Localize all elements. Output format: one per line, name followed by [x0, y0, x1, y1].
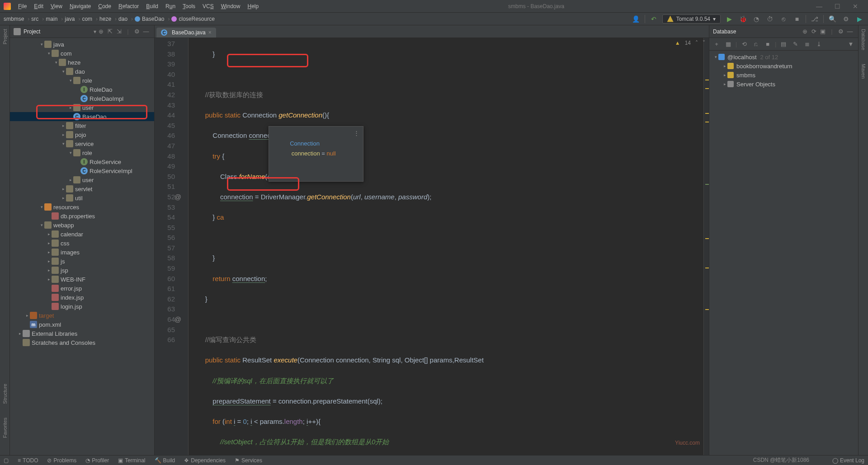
tab-basedao[interactable]: C BaseDao.java × — [156, 28, 216, 38]
stop-button[interactable]: ■ — [792, 14, 802, 24]
bc-com[interactable]: com — [82, 16, 92, 22]
dependencies-button[interactable]: ❖ Dependencies — [184, 457, 226, 464]
run-button[interactable]: ▶ — [724, 14, 734, 24]
right-database-label[interactable]: Database — [861, 29, 866, 50]
tree-webinf[interactable]: ▸WEB-INF — [10, 275, 154, 284]
left-project-label[interactable]: Project — [2, 29, 8, 44]
coverage-button[interactable]: ◔ — [751, 14, 761, 24]
tree-suser[interactable]: ▸user — [10, 175, 154, 184]
editor-body[interactable]: 37383940414243444546474849505152@5354555… — [155, 38, 709, 455]
bc-main[interactable]: main — [46, 16, 57, 22]
tree-calendar[interactable]: ▸calendar — [10, 230, 154, 239]
todo-button[interactable]: ≡ TODO — [18, 457, 38, 464]
db-settings-icon[interactable]: ⚙ — [836, 28, 845, 35]
bc-project[interactable]: smbmse — [4, 16, 24, 22]
db-stop-icon[interactable]: ■ — [763, 40, 772, 49]
tree-errorjsp[interactable]: error.jsp — [10, 284, 154, 293]
db-export-icon[interactable]: ⤓ — [814, 40, 823, 49]
project-tree[interactable]: ▾java ▾com ▾heze ▾dao ▾role IRoleDao CRo… — [10, 38, 154, 455]
db-new-icon[interactable]: ⊕ — [800, 28, 809, 35]
code-area[interactable]: } //获取数据库的连接 public static Connection ge… — [189, 38, 703, 455]
tree-dao[interactable]: ▾dao — [10, 67, 154, 76]
tree-target[interactable]: ▸target — [10, 311, 154, 320]
db-schema-2[interactable]: ▸smbms — [709, 70, 858, 80]
tree-pojo[interactable]: ▸pojo — [10, 130, 154, 139]
bc-java[interactable]: java — [65, 16, 75, 22]
db-tx-icon[interactable]: ⎌ — [751, 40, 760, 49]
build-button[interactable]: 🔨 Build — [155, 457, 175, 464]
tree-scratch[interactable]: Scratches and Consoles — [10, 338, 154, 347]
bc-dao[interactable]: dao — [118, 16, 127, 22]
profiler-button[interactable]: ◔ Profiler — [85, 457, 109, 464]
tree-service[interactable]: ▾service — [10, 139, 154, 148]
terminal-button[interactable]: ▣ Terminal — [118, 457, 145, 464]
menu-refactor[interactable]: Refactor — [115, 3, 142, 9]
bc-src[interactable]: src — [31, 16, 38, 22]
inspections-widget[interactable]: ▲ 14 ˄ ˅ — [675, 40, 705, 46]
services-button[interactable]: ⚑ Services — [235, 457, 262, 464]
db-jump-icon[interactable]: ▣ — [818, 28, 827, 35]
problems-button[interactable]: ⊘ Problems — [47, 457, 76, 464]
tree-roledao[interactable]: IRoleDao — [10, 85, 154, 94]
db-add-icon[interactable]: + — [712, 40, 721, 49]
menu-build[interactable]: Build — [142, 3, 162, 9]
collapse-all-icon[interactable]: ⇲ — [114, 28, 123, 35]
tree-roleserviceimpl[interactable]: CRoleServiceImpl — [10, 166, 154, 175]
tree-java[interactable]: ▾java — [10, 40, 154, 49]
hide-panel-icon[interactable]: — — [142, 28, 151, 35]
tree-filter[interactable]: ▸filter — [10, 121, 154, 130]
menu-navigate[interactable]: Navigate — [66, 3, 94, 9]
tree-js[interactable]: ▸js — [10, 257, 154, 266]
db-hide-icon[interactable]: — — [845, 28, 854, 35]
tree-heze[interactable]: ▾heze — [10, 58, 154, 67]
tree-dbprop[interactable]: db.properties — [10, 211, 154, 221]
attach-button[interactable]: ⎋ — [778, 14, 788, 24]
tree-com[interactable]: ▾com — [10, 49, 154, 58]
left-favorites-label[interactable]: Favorites — [2, 418, 8, 438]
db-edit-icon[interactable]: ✎ — [791, 40, 800, 49]
event-log-button[interactable]: ◯ Event Log — [832, 457, 864, 464]
tree-roleservice[interactable]: IRoleService — [10, 157, 154, 166]
tree-extlib[interactable]: ▸External Libraries — [10, 329, 154, 338]
menu-edit[interactable]: Edit — [30, 3, 47, 9]
db-host[interactable]: ▾@localhost2 of 12 — [709, 52, 858, 61]
menu-window[interactable]: Window — [217, 3, 244, 9]
close-tab-icon[interactable]: × — [208, 29, 212, 36]
db-filter-icon[interactable]: ▼ — [846, 40, 855, 49]
tooltip-more-icon[interactable]: ⋮ — [354, 128, 359, 139]
search-icon[interactable]: 🔍 — [827, 14, 837, 24]
tree-srole[interactable]: ▾role — [10, 148, 154, 157]
maximize-button[interactable]: ☐ — [828, 3, 846, 10]
debug-button[interactable]: 🐞 — [738, 14, 748, 24]
select-open-file-icon[interactable]: ⊕ — [96, 28, 105, 35]
expand-all-icon[interactable]: ⇱ — [105, 28, 114, 35]
db-ddl-icon[interactable]: ▦ — [724, 40, 733, 49]
profile-button[interactable]: ⏱ — [765, 14, 775, 24]
db-schema-1[interactable]: ▸bookborrowandreturn — [709, 61, 858, 70]
run-config-selector[interactable]: Tomcat 9.0.54 ▾ — [662, 14, 721, 23]
error-stripe[interactable] — [703, 38, 709, 455]
db-sync-icon[interactable]: ⟳ — [809, 28, 818, 35]
tree-css[interactable]: ▸css — [10, 239, 154, 248]
tree-user[interactable]: ▸user — [10, 103, 154, 112]
right-maven-label[interactable]: Maven — [861, 64, 866, 79]
back-icon[interactable]: ↶ — [649, 14, 659, 24]
tree-role[interactable]: ▾role — [10, 76, 154, 85]
tree-servlet[interactable]: ▸servlet — [10, 184, 154, 193]
db-refresh-icon[interactable]: ⟲ — [740, 40, 749, 49]
tree-pom[interactable]: mpom.xml — [10, 320, 154, 329]
menu-code[interactable]: Code — [94, 3, 115, 9]
db-open-icon[interactable]: ▤ — [779, 40, 788, 49]
learn-icon[interactable]: ▶ — [854, 14, 864, 24]
tree-roledaoimpl[interactable]: CRoleDaoImpl — [10, 94, 154, 103]
tree-basedao[interactable]: CBaseDao — [10, 112, 154, 121]
bc-class[interactable]: BaseDao — [135, 16, 164, 22]
tree-util[interactable]: ▸util — [10, 193, 154, 202]
menu-vcs[interactable]: VCS — [199, 3, 217, 9]
up-icon[interactable]: ˄ — [695, 40, 698, 46]
db-serverobj[interactable]: ▸Server Objects — [709, 80, 858, 89]
db-diff-icon[interactable]: ≣ — [802, 40, 811, 49]
tree-images[interactable]: ▸images — [10, 248, 154, 257]
status-icon[interactable]: ▢ — [4, 457, 9, 464]
tree-jsp[interactable]: ▸jsp — [10, 266, 154, 275]
